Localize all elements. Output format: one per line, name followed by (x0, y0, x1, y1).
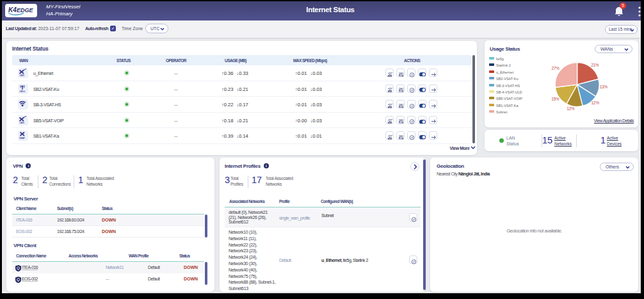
svg-text:12%: 12% (567, 106, 575, 111)
svg-text:27%: 27% (551, 66, 559, 70)
svg-text:CELL: CELL (20, 90, 26, 93)
svg-text:VSAT: VSAT (19, 137, 26, 140)
svg-text:21%: 21% (591, 63, 599, 67)
svg-text:15%: 15% (551, 97, 559, 101)
svg-text:13%: 13% (600, 85, 608, 89)
svg-text:LEO: LEO (20, 74, 24, 77)
svg-text:LEO: LEO (20, 122, 24, 124)
svg-text:12%: 12% (592, 101, 600, 105)
